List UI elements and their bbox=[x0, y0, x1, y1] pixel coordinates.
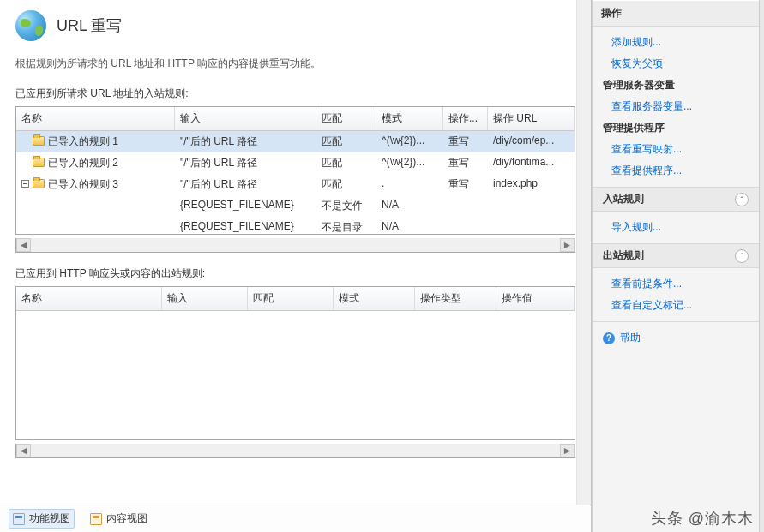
features-view-icon bbox=[13, 513, 25, 525]
collapse-toggle-icon[interactable] bbox=[21, 180, 29, 188]
col-name[interactable]: 名称 bbox=[16, 107, 175, 130]
cell-action: 重写 bbox=[443, 131, 488, 152]
cell-action: 重写 bbox=[443, 174, 488, 195]
actions-header: 操作 bbox=[593, 0, 759, 27]
table-row[interactable]: 已导入的规则 1"/"后的 URL 路径匹配^(\w{2})...重写/diy/… bbox=[16, 131, 575, 152]
rule-name-cell: 已导入的规则 1 bbox=[16, 131, 175, 152]
cell-action_url: index.php bbox=[488, 174, 575, 195]
folder-icon bbox=[33, 136, 45, 146]
features-view-tab[interactable]: 功能视图 bbox=[9, 509, 75, 529]
cell-input: "/"后的 URL 路径 bbox=[175, 152, 316, 174]
cell-action bbox=[443, 217, 488, 238]
rule-name-label: 已导入的规则 2 bbox=[48, 157, 118, 169]
table-row[interactable]: {REQUEST_FILENAME}不是目录N/A bbox=[16, 217, 575, 238]
outbound-rules-title: 出站规则 bbox=[603, 248, 644, 263]
outbound-grid-body bbox=[16, 311, 575, 439]
scroll-right-icon[interactable]: ► bbox=[560, 444, 575, 457]
content-view-tab[interactable]: 内容视图 bbox=[87, 509, 151, 529]
rule-name-label: 已导入的规则 1 bbox=[48, 135, 118, 147]
cell-match: 匹配 bbox=[316, 174, 376, 195]
outbound-grid-header: 名称 输入 匹配 模式 操作类型 操作值 bbox=[16, 287, 575, 311]
revert-parent-link[interactable]: 恢复为父项 bbox=[593, 53, 759, 75]
outbound-rules-grid: 名称 输入 匹配 模式 操作类型 操作值 bbox=[15, 286, 575, 440]
cell-action: 重写 bbox=[443, 152, 488, 174]
cell-pattern: N/A bbox=[376, 217, 443, 238]
view-providers-link[interactable]: 查看提供程序... bbox=[593, 160, 759, 182]
table-row[interactable]: {REQUEST_FILENAME}不是文件N/A bbox=[16, 195, 575, 217]
providers-title: 管理提供程序 bbox=[593, 117, 759, 139]
page-header: URL 重写 bbox=[15, 10, 575, 41]
view-preconditions-link[interactable]: 查看前提条件... bbox=[593, 273, 759, 295]
cell-match: 不是目录 bbox=[316, 217, 376, 238]
add-rule-link[interactable]: 添加规则... bbox=[593, 32, 759, 53]
inbound-grid-body: 已导入的规则 1"/"后的 URL 路径匹配^(\w{2})...重写/diy/… bbox=[16, 131, 575, 234]
col-name[interactable]: 名称 bbox=[16, 287, 162, 310]
actions-top-group: 添加规则... 恢复为父项 管理服务器变量 查看服务器变量... 管理提供程序 … bbox=[593, 27, 759, 187]
scroll-left-icon[interactable]: ◄ bbox=[16, 444, 31, 457]
outbound-hscroll[interactable]: ◄ ► bbox=[15, 444, 575, 458]
cell-action_url bbox=[488, 217, 575, 238]
cell-action_url: /diy/fontima... bbox=[488, 152, 575, 174]
col-action-value[interactable]: 操作值 bbox=[496, 287, 575, 310]
features-view-label: 功能视图 bbox=[29, 511, 70, 526]
cell-action_url: /diy/com/ep... bbox=[488, 131, 575, 152]
inbound-rules-grid: 名称 输入 匹配 模式 操作... 操作 URL 已导入的规则 1"/"后的 U… bbox=[15, 106, 575, 235]
collapse-icon[interactable]: ˆ bbox=[735, 193, 749, 206]
inbound-rules-title: 入站规则 bbox=[603, 192, 644, 206]
inbound-hscroll[interactable]: ◄ ► bbox=[15, 238, 575, 253]
folder-icon bbox=[33, 179, 45, 188]
col-action-url[interactable]: 操作 URL bbox=[488, 107, 575, 130]
inbound-actions-group: 导入规则... bbox=[593, 212, 759, 243]
content-view-label: 内容视图 bbox=[106, 511, 147, 526]
rule-name-cell: 已导入的规则 2 bbox=[16, 152, 175, 174]
content-view-icon bbox=[90, 513, 102, 525]
view-custom-tags-link[interactable]: 查看自定义标记... bbox=[593, 295, 759, 316]
main-panel: URL 重写 根据规则为所请求的 URL 地址和 HTTP 响应的内容提供重写功… bbox=[0, 0, 592, 532]
page-description: 根据规则为所请求的 URL 地址和 HTTP 响应的内容提供重写功能。 bbox=[15, 57, 575, 71]
cell-pattern: N/A bbox=[376, 195, 443, 217]
collapse-icon[interactable]: ˆ bbox=[735, 249, 749, 263]
col-match[interactable]: 匹配 bbox=[316, 107, 376, 130]
cell-pattern: ^(\w{2})... bbox=[376, 152, 443, 174]
server-vars-title: 管理服务器变量 bbox=[593, 75, 759, 96]
col-match[interactable]: 匹配 bbox=[248, 287, 334, 310]
rule-name-cell: 已导入的规则 3 bbox=[16, 174, 175, 195]
col-action-type[interactable]: 操作类型 bbox=[415, 287, 496, 310]
scroll-left-icon[interactable]: ◄ bbox=[16, 238, 31, 252]
inbound-rules-section[interactable]: 入站规则 ˆ bbox=[593, 187, 759, 212]
folder-icon bbox=[33, 158, 45, 167]
cell-pattern: ^(\w{2})... bbox=[376, 131, 443, 152]
outbound-rules-section[interactable]: 出站规则 ˆ bbox=[593, 243, 759, 268]
view-server-vars-link[interactable]: 查看服务器变量... bbox=[593, 96, 759, 117]
table-row[interactable]: 已导入的规则 2"/"后的 URL 路径匹配^(\w{2})...重写/diy/… bbox=[16, 152, 575, 174]
col-input[interactable]: 输入 bbox=[162, 287, 248, 310]
content-area: URL 重写 根据规则为所请求的 URL 地址和 HTTP 响应的内容提供重写功… bbox=[0, 0, 591, 505]
cell-action_url bbox=[488, 195, 575, 217]
actions-pane: 操作 添加规则... 恢复为父项 管理服务器变量 查看服务器变量... 管理提供… bbox=[592, 0, 759, 532]
help-link[interactable]: ? 帮助 bbox=[593, 327, 759, 349]
help-icon: ? bbox=[603, 332, 615, 344]
col-action[interactable]: 操作... bbox=[443, 107, 488, 130]
import-rules-link[interactable]: 导入规则... bbox=[593, 217, 759, 238]
cell-input: "/"后的 URL 路径 bbox=[175, 174, 316, 195]
globe-icon bbox=[15, 10, 46, 41]
main-vscroll[interactable] bbox=[576, 0, 591, 505]
scroll-right-icon[interactable]: ► bbox=[560, 238, 575, 252]
view-switcher: 功能视图 内容视图 bbox=[0, 505, 591, 532]
page-title: URL 重写 bbox=[57, 15, 122, 36]
table-row[interactable]: 已导入的规则 3"/"后的 URL 路径匹配.重写index.php bbox=[16, 174, 575, 195]
outbound-actions-group: 查看前提条件... 查看自定义标记... bbox=[593, 268, 759, 321]
cell-input: {REQUEST_FILENAME} bbox=[175, 217, 316, 238]
cell-input: {REQUEST_FILENAME} bbox=[175, 195, 316, 217]
col-pattern[interactable]: 模式 bbox=[376, 107, 443, 130]
help-label: 帮助 bbox=[620, 331, 641, 345]
cell-match: 不是文件 bbox=[316, 195, 376, 217]
window-edge bbox=[759, 0, 764, 532]
cell-action bbox=[443, 195, 488, 217]
view-rewrite-map-link[interactable]: 查看重写映射... bbox=[593, 139, 759, 160]
rule-name-label: 已导入的规则 3 bbox=[48, 178, 118, 190]
cell-match: 匹配 bbox=[316, 152, 376, 174]
inbound-section-label: 已应用到所请求 URL 地址的入站规则: bbox=[15, 87, 575, 101]
col-input[interactable]: 输入 bbox=[175, 107, 316, 130]
col-pattern[interactable]: 模式 bbox=[334, 287, 415, 310]
